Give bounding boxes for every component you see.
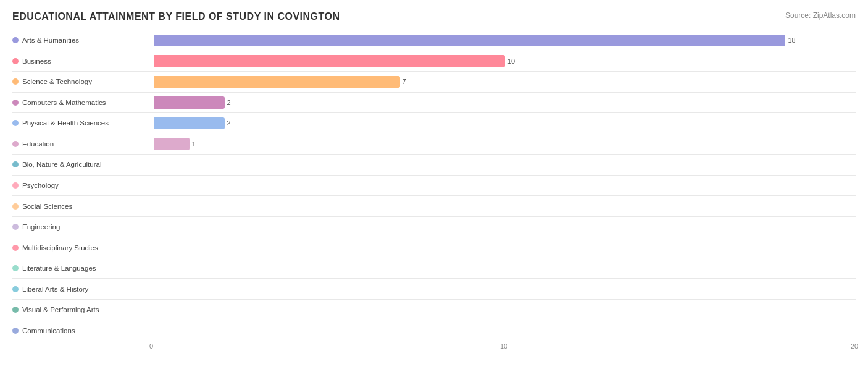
bar-dot	[12, 286, 19, 292]
chart-header: EDUCATIONAL ATTAINMENT BY FIELD OF STUDY…	[12, 11, 856, 22]
bar-row: Communications	[12, 320, 856, 341]
bar-label-text: Visual & Performing Arts	[22, 306, 99, 313]
bar-label: Computers & Mathematics	[12, 99, 154, 106]
bar-value: 7	[403, 78, 406, 85]
x-axis-label: 10	[500, 342, 507, 350]
bar-dot	[12, 265, 19, 271]
bar-row: Bio, Nature & Agricultural	[12, 154, 856, 175]
bar-label-text: Communications	[22, 327, 75, 334]
bar-label: Social Sciences	[12, 203, 154, 210]
bar-label-text: Psychology	[22, 182, 59, 189]
bar-label: Education	[12, 140, 154, 148]
bar-row: Science & Technology7	[12, 71, 856, 92]
bar-dot	[12, 58, 19, 64]
bar-row: Engineering	[12, 216, 856, 237]
bar-dot	[12, 203, 19, 210]
bar-fill	[154, 96, 225, 109]
bar-label: Business	[12, 57, 154, 65]
bar-value: 2	[227, 99, 231, 106]
bar-area: 1	[154, 134, 856, 155]
chart-title: EDUCATIONAL ATTAINMENT BY FIELD OF STUDY…	[12, 11, 340, 22]
chart-container: EDUCATIONAL ATTAINMENT BY FIELD OF STUDY…	[0, 0, 868, 390]
bar-label: Physical & Health Sciences	[12, 119, 154, 127]
bar-fill	[154, 117, 225, 130]
bar-label: Visual & Performing Arts	[12, 306, 154, 313]
bar-label: Multidisciplinary Studies	[12, 244, 154, 252]
bar-area	[154, 300, 856, 320]
bar-area: 2	[154, 93, 856, 113]
bar-dot	[12, 307, 19, 313]
bar-area	[154, 258, 856, 279]
x-axis-label: 0	[149, 342, 153, 350]
bar-area	[154, 196, 856, 216]
bar-label: Literature & Languages	[12, 265, 154, 272]
bar-fill	[154, 138, 190, 150]
bar-row: Business10	[12, 51, 856, 72]
bar-label: Arts & Humanities	[12, 36, 154, 44]
bar-row: Education1	[12, 134, 856, 155]
bar-label-text: Engineering	[22, 223, 60, 231]
bar-dot	[12, 161, 19, 167]
bar-area	[154, 279, 856, 299]
bar-dot	[12, 78, 19, 85]
bar-area: 10	[154, 51, 856, 72]
bar-area	[154, 320, 856, 341]
bar-label-text: Business	[22, 57, 51, 65]
bar-row: Psychology	[12, 175, 856, 196]
bar-area	[154, 217, 856, 237]
bar-label: Psychology	[12, 182, 154, 189]
bar-label-text: Bio, Nature & Agricultural	[22, 161, 101, 168]
bar-label-text: Education	[22, 140, 54, 148]
bar-dot	[12, 182, 19, 189]
bar-area: 18	[154, 30, 856, 51]
bar-area: 7	[154, 72, 856, 92]
bar-label: Science & Technology	[12, 78, 154, 85]
bar-dot	[12, 120, 19, 126]
bar-fill	[154, 35, 785, 47]
bar-fill	[154, 76, 400, 88]
bar-label-text: Science & Technology	[22, 78, 92, 85]
bar-value: 18	[788, 36, 795, 44]
bar-row: Literature & Languages	[12, 258, 856, 279]
bar-fill	[154, 55, 505, 67]
bar-area	[154, 237, 856, 258]
x-axis: 01020	[154, 341, 856, 353]
bar-row: Multidisciplinary Studies	[12, 237, 856, 258]
bar-row: Physical & Health Sciences2	[12, 112, 856, 134]
bar-row: Computers & Mathematics2	[12, 92, 856, 113]
bar-row: Arts & Humanities18	[12, 30, 856, 51]
bar-label-text: Computers & Mathematics	[22, 99, 106, 106]
bar-label-text: Multidisciplinary Studies	[22, 244, 98, 252]
bar-row: Liberal Arts & History	[12, 278, 856, 299]
bar-label: Liberal Arts & History	[12, 286, 154, 293]
bar-label: Bio, Nature & Agricultural	[12, 161, 154, 168]
chart-source: Source: ZipAtlas.com	[785, 11, 856, 20]
bar-area	[154, 155, 856, 175]
bar-value: 2	[227, 119, 231, 127]
bar-dot	[12, 328, 19, 334]
bar-value: 1	[192, 140, 196, 148]
bar-area: 2	[154, 113, 856, 134]
bar-label: Engineering	[12, 223, 154, 231]
bar-label-text: Physical & Health Sciences	[22, 119, 109, 127]
bar-label-text: Social Sciences	[22, 203, 72, 210]
bar-row: Social Sciences	[12, 195, 856, 216]
bar-dot	[12, 141, 19, 147]
bar-area	[154, 176, 856, 196]
bar-dot	[12, 100, 19, 106]
bar-label: Communications	[12, 327, 154, 334]
bar-label-text: Literature & Languages	[22, 265, 96, 272]
x-axis-label: 20	[851, 342, 858, 350]
bar-row: Visual & Performing Arts	[12, 299, 856, 320]
bar-value: 10	[507, 57, 515, 65]
bar-dot	[12, 224, 19, 230]
bar-label-text: Arts & Humanities	[22, 36, 79, 44]
bar-dot	[12, 245, 19, 251]
bar-label-text: Liberal Arts & History	[22, 286, 88, 293]
bar-dot	[12, 37, 19, 43]
chart-body: Arts & Humanities18Business10Science & T…	[12, 30, 856, 341]
